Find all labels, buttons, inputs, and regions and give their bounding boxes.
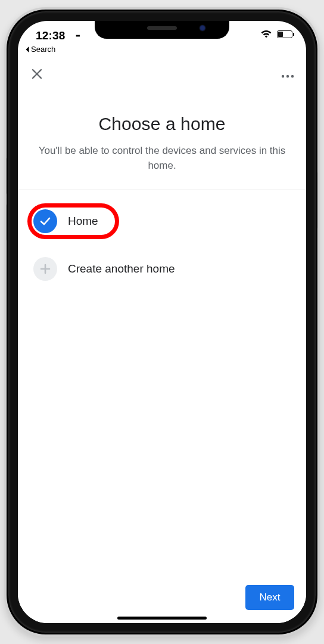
svg-point-1 [286, 75, 289, 78]
option-create-home-label: Create another home [68, 262, 175, 275]
speaker-grille [147, 26, 177, 30]
title-block: Choose a home You'll be able to control … [18, 89, 306, 190]
front-camera [200, 25, 205, 31]
svg-point-2 [291, 75, 294, 78]
cellular-indicator: ⁃ [75, 29, 81, 43]
close-icon [31, 68, 43, 80]
phone-bezel: 12:38 ⁃ [8, 11, 316, 633]
app-content: Choose a home You'll be able to control … [18, 55, 306, 623]
home-indicator[interactable] [117, 617, 207, 620]
next-button[interactable]: Next [245, 585, 294, 610]
option-home[interactable]: Home [18, 197, 306, 245]
footer: Next [245, 585, 294, 610]
selected-indicator [33, 209, 57, 233]
check-icon [39, 215, 52, 228]
page-title: Choose a home [33, 114, 291, 134]
breadcrumb-back[interactable]: Search [25, 45, 55, 54]
phone-frame: 12:38 ⁃ [7, 10, 317, 634]
close-button[interactable] [29, 66, 45, 82]
option-create-home[interactable]: Create another home [18, 245, 306, 293]
plus-icon [39, 263, 51, 275]
chevron-left-icon [25, 47, 30, 52]
option-home-label: Home [68, 215, 98, 228]
home-options-list: Home Create another home [18, 190, 306, 295]
breadcrumb-back-label: Search [31, 45, 55, 54]
status-time: 12:38 [36, 29, 66, 42]
phone-screen: 12:38 ⁃ [18, 21, 306, 623]
page-subtitle: You'll be able to control the devices an… [33, 144, 291, 173]
more-options-button[interactable] [280, 64, 295, 84]
add-indicator [33, 257, 57, 281]
app-header [18, 55, 306, 89]
battery-icon [277, 30, 294, 38]
notch [95, 21, 229, 39]
svg-point-0 [282, 75, 284, 78]
wifi-icon [260, 30, 272, 38]
more-horizontal-icon [281, 75, 294, 78]
